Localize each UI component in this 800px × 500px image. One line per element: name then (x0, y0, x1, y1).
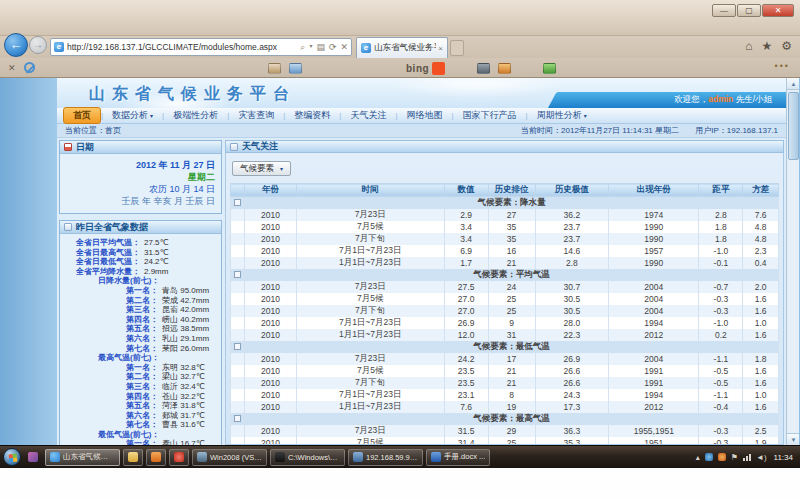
ranking-row: 第四名：苍山 32.2℃ (62, 392, 219, 402)
taskbar-window-7[interactable]: 192.168.59.99... (348, 449, 423, 466)
show-hidden-icons[interactable]: ▴ (696, 453, 700, 462)
user-ip: 用户IP：192.168.137.1 (695, 126, 778, 135)
nav-item-7[interactable]: 网络地图 (397, 108, 451, 123)
cell: 7月23日 (296, 281, 444, 293)
nav-item-8[interactable]: 国家下行产品 (454, 108, 526, 123)
cell: -0.3 (699, 305, 743, 317)
cell: 8 (488, 389, 535, 401)
quick-launch-icon[interactable] (24, 449, 42, 466)
url-text[interactable]: http://192.168.137.1/GLCCLIMATE/modules/… (67, 42, 300, 52)
refresh-icon[interactable]: ⟳ (329, 42, 337, 53)
cell (231, 305, 245, 317)
cell: 22.3 (535, 329, 608, 341)
cell: 3.4 (444, 233, 488, 245)
table-row: 20107月1日~7月23日23.1824.31994-1.11.0 (231, 389, 779, 401)
cell: 7月下旬 (296, 305, 444, 317)
table-row: 20101月1日~7月23日7.61917.32012-0.41.6 (231, 401, 779, 413)
nav-item-9[interactable]: 周期性分析▾ (528, 108, 596, 123)
taskbar-window-6[interactable]: C:\Windows\sy... (270, 449, 345, 466)
network-icon[interactable] (743, 453, 751, 461)
window-minimize-button[interactable]: — (712, 4, 736, 17)
dropdown-arrow-icon[interactable]: ▾ (309, 42, 312, 53)
tab-close-icon[interactable]: × (438, 44, 443, 53)
forward-button[interactable]: → (29, 36, 47, 54)
cell: 7月1日~7月23日 (296, 389, 444, 401)
scrollbar-thumb[interactable] (788, 92, 799, 160)
volume-icon[interactable]: ◄) (756, 453, 767, 462)
search-icon[interactable]: ⌕ (300, 42, 305, 53)
taskbar-window-1[interactable]: 山东省气候业务平... (45, 449, 120, 466)
sharing-tool-icon[interactable] (543, 63, 556, 74)
ranking-row: 第五名：招远 38.5mm (62, 324, 219, 334)
bing-toolbar[interactable]: bing (406, 62, 445, 75)
action-center-flag-icon[interactable]: ⚑ (731, 453, 738, 462)
status-bar: 当前位置：首页 当前时间：2012年11月27日 11:14:31 星期二 用户… (57, 124, 786, 138)
nav-item-3[interactable]: 极端性分析 (164, 108, 227, 123)
cell: 2.8 (699, 209, 743, 221)
stat-value: 2.9mm (144, 267, 168, 277)
collapse-toggle-icon[interactable] (234, 415, 241, 422)
browser-tab[interactable]: e 山东省气候业务平... × (356, 37, 448, 58)
tray-app-icon[interactable] (705, 453, 713, 461)
bing-app-icon[interactable] (432, 62, 445, 75)
rank-value: 莱阳 26.0mm (162, 344, 209, 354)
vertical-scrollbar[interactable]: ▲ ▼ (786, 78, 799, 445)
taskbar-window-label: Win2008 (VS2... (210, 453, 262, 462)
taskbar-window-8[interactable]: 手册.docx ... (426, 449, 490, 466)
cell: 25 (488, 305, 535, 317)
blocked-content-icon[interactable] (24, 62, 35, 73)
photos-icon[interactable] (289, 63, 302, 74)
cell: 1.0 (743, 389, 779, 401)
collapse-toggle-icon[interactable] (234, 199, 241, 206)
cell: 1994 (609, 389, 699, 401)
back-button[interactable]: ← (4, 33, 28, 57)
cell: 2.3 (743, 245, 779, 257)
favorites-star-icon[interactable]: ★ (761, 39, 772, 53)
window-maximize-button[interactable]: ▢ (737, 4, 761, 17)
cell: -1.1 (699, 353, 743, 365)
settings-gear-icon[interactable]: ⚙ (781, 39, 792, 53)
cell: 9 (488, 317, 535, 329)
cell: 21 (488, 365, 535, 377)
window-close-button[interactable]: ✕ (762, 4, 794, 17)
toolbar-overflow-icon[interactable]: ••• (775, 61, 790, 71)
ranking-row: 第六名：郯城 31.7℃ (62, 411, 219, 421)
new-tab-button[interactable] (450, 40, 464, 56)
nav-item-1[interactable]: 首页 (63, 107, 101, 124)
table-row: 20101月1日~7月23日1.7212.81990-0.10.4 (231, 257, 779, 269)
stop-icon[interactable]: ✕ (340, 42, 348, 53)
nav-item-4[interactable]: 灾害查询 (229, 108, 283, 123)
nav-item-2[interactable]: 数据分析▾ (103, 108, 162, 123)
taskbar-window-2[interactable] (123, 449, 143, 466)
collapse-toggle-icon[interactable] (234, 271, 241, 278)
start-button[interactable] (3, 448, 21, 466)
nav-item-6[interactable]: 天气关注 (341, 108, 395, 123)
tab-title: 山东省气候业务平... (374, 42, 436, 54)
camera-tool-icon[interactable] (477, 63, 490, 74)
weather-stat-row: 全省日最高气温：31.5℃ (62, 248, 219, 258)
cell: 7月下旬 (296, 377, 444, 389)
close-toolbar-icon[interactable]: ✕ (8, 63, 16, 73)
taskbar-window-5[interactable]: Win2008 (VS2... (192, 449, 267, 466)
cell: 1月1日~7月23日 (296, 257, 444, 269)
messenger-tool-icon[interactable] (498, 63, 511, 74)
panel-icon (230, 143, 238, 151)
weather-stat-row: 全省日平均气温：27.5℃ (62, 238, 219, 248)
climate-element-filter-button[interactable]: 气候要素▾ (232, 161, 291, 176)
taskbar-clock[interactable]: 11:34 (774, 453, 793, 462)
collapse-toggle-icon[interactable] (234, 343, 241, 350)
rank-label: 第三名： (62, 382, 158, 392)
tray-flame-icon[interactable] (718, 453, 726, 461)
taskbar-window-4[interactable] (169, 449, 189, 466)
cell: 1.7 (444, 257, 488, 269)
cell: 30.5 (535, 293, 608, 305)
taskbar-window-3[interactable] (146, 449, 166, 466)
compatibility-view-icon[interactable]: ▤ (316, 42, 325, 53)
rank-value: 菏泽 31.8℃ (162, 401, 205, 411)
home-icon[interactable]: ⌂ (745, 39, 752, 53)
cell: 7月5候 (296, 365, 444, 377)
address-bar[interactable]: e http://192.168.137.1/GLCCLIMATE/module… (50, 38, 352, 56)
cell: 1.9 (743, 437, 779, 445)
mail-icon[interactable] (268, 63, 281, 74)
nav-item-5[interactable]: 整编资料 (285, 108, 339, 123)
